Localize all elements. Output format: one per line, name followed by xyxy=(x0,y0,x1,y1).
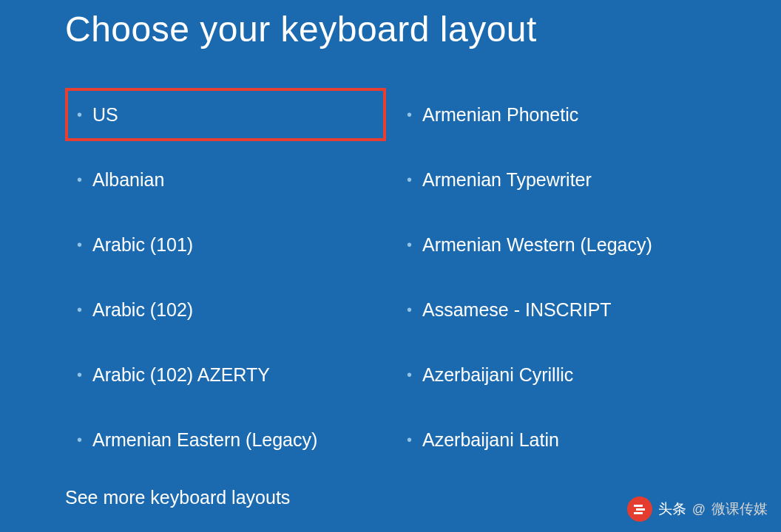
svg-rect-1 xyxy=(636,508,645,511)
bullet-icon: • xyxy=(77,107,82,122)
watermark-at-text: @ xyxy=(692,502,706,517)
layout-label: Arabic (102) xyxy=(92,299,193,321)
bullet-icon: • xyxy=(407,367,412,382)
layout-option-arabic-102[interactable]: • Arabic (102) xyxy=(65,283,386,336)
watermark-name-text: 微课传媒 xyxy=(711,499,768,519)
layout-label: Azerbaijani Cyrillic xyxy=(422,364,573,386)
layout-label: Azerbaijani Latin xyxy=(422,429,559,451)
layout-option-azerbaijani-cyrillic[interactable]: • Azerbaijani Cyrillic xyxy=(395,348,716,401)
layout-option-arabic-102-azerty[interactable]: • Arabic (102) AZERTY xyxy=(65,348,386,401)
layout-option-arabic-101[interactable]: • Arabic (101) xyxy=(65,218,386,271)
layout-option-armenian-typewriter[interactable]: • Armenian Typewriter xyxy=(395,153,716,206)
layout-option-us[interactable]: • US xyxy=(65,88,386,141)
bullet-icon: • xyxy=(407,432,412,447)
svg-rect-0 xyxy=(634,505,643,507)
bullet-icon: • xyxy=(407,237,412,252)
bullet-icon: • xyxy=(407,302,412,317)
bullet-icon: • xyxy=(77,367,82,382)
layout-label: Armenian Phonetic xyxy=(422,104,578,126)
layout-label: Armenian Western (Legacy) xyxy=(422,234,652,256)
page-title: Choose your keyboard layout xyxy=(65,9,716,50)
layout-option-assamese-inscript[interactable]: • Assamese - INSCRIPT xyxy=(395,283,716,336)
layout-column-left: • US • Albanian • Arabic (101) • Arabic … xyxy=(65,88,386,508)
layout-option-albanian[interactable]: • Albanian xyxy=(65,153,386,206)
layout-label: Assamese - INSCRIPT xyxy=(422,299,612,321)
layout-column-right: • Armenian Phonetic • Armenian Typewrite… xyxy=(395,88,716,508)
keyboard-layout-grid: • US • Albanian • Arabic (101) • Arabic … xyxy=(65,88,716,508)
layout-label: Arabic (102) AZERTY xyxy=(92,364,270,386)
layout-label: Arabic (101) xyxy=(92,234,193,256)
bullet-icon: • xyxy=(407,107,412,122)
layout-option-armenian-eastern-legacy[interactable]: • Armenian Eastern (Legacy) xyxy=(65,413,386,466)
bullet-icon: • xyxy=(77,237,82,252)
layout-label: Armenian Eastern (Legacy) xyxy=(92,429,317,451)
bullet-icon: • xyxy=(77,172,82,187)
bullet-icon: • xyxy=(77,302,82,317)
bullet-icon: • xyxy=(77,432,82,447)
layout-option-azerbaijani-latin[interactable]: • Azerbaijani Latin xyxy=(395,413,716,466)
layout-option-armenian-phonetic[interactable]: • Armenian Phonetic xyxy=(395,88,716,141)
watermark-brand-text: 头条 xyxy=(658,499,686,519)
watermark: 头条 @ 微课传媒 xyxy=(627,497,768,522)
layout-label: Albanian xyxy=(92,169,164,191)
layout-option-armenian-western-legacy[interactable]: • Armenian Western (Legacy) xyxy=(395,218,716,271)
layout-label: US xyxy=(92,104,118,126)
bullet-icon: • xyxy=(407,172,412,187)
layout-label: Armenian Typewriter xyxy=(422,169,592,191)
watermark-logo-icon xyxy=(627,497,652,522)
svg-rect-2 xyxy=(634,512,643,514)
see-more-keyboard-layouts[interactable]: See more keyboard layouts xyxy=(65,487,386,508)
